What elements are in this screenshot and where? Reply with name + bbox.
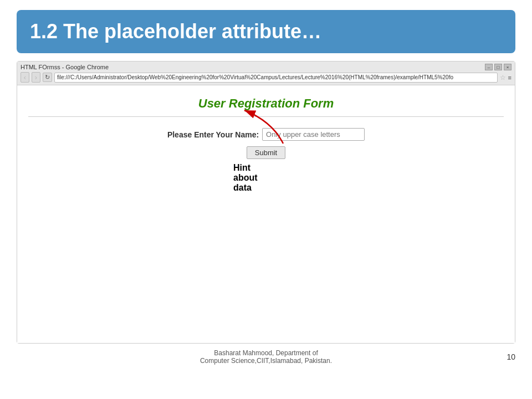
window-controls: – □ ×	[485, 64, 511, 70]
browser-chrome: HTML FOrmss - Google Chrome – □ × ‹ › ↻ …	[17, 62, 515, 85]
slide-header: 1.2 The placeholder attribute…	[17, 10, 515, 53]
page-number: 10	[349, 352, 515, 361]
forward-button[interactable]: ›	[32, 72, 40, 83]
browser-window: HTML FOrmss - Google Chrome – □ × ‹ › ↻ …	[17, 61, 515, 344]
bookmark-icon[interactable]: ☆	[500, 74, 506, 81]
address-bar[interactable]	[54, 73, 498, 83]
footer-credit-text: Basharat Mahmood, Department of Computer…	[200, 349, 332, 365]
browser-title-bar: HTML FOrmss - Google Chrome – □ ×	[21, 64, 511, 70]
browser-title: HTML FOrmss - Google Chrome	[21, 64, 109, 70]
close-button[interactable]: ×	[504, 64, 511, 70]
minimize-button[interactable]: –	[485, 64, 493, 70]
browser-content: User Registration Form Please Enter Your…	[17, 85, 515, 343]
back-button[interactable]: ‹	[21, 72, 29, 83]
slide-footer: Basharat Mahmood, Department of Computer…	[0, 344, 532, 369]
menu-icon[interactable]: ≡	[508, 74, 511, 81]
refresh-button[interactable]: ↻	[43, 73, 52, 82]
hint-label: Hint about data	[233, 163, 258, 193]
browser-nav-bar: ‹ › ↻ ☆ ≡	[21, 72, 511, 83]
maximize-button[interactable]: □	[494, 64, 502, 70]
footer-credit: Basharat Mahmood, Department of Computer…	[183, 349, 349, 365]
slide-title: 1.2 The placeholder attribute…	[30, 20, 321, 43]
annotation-arrow	[239, 105, 328, 149]
